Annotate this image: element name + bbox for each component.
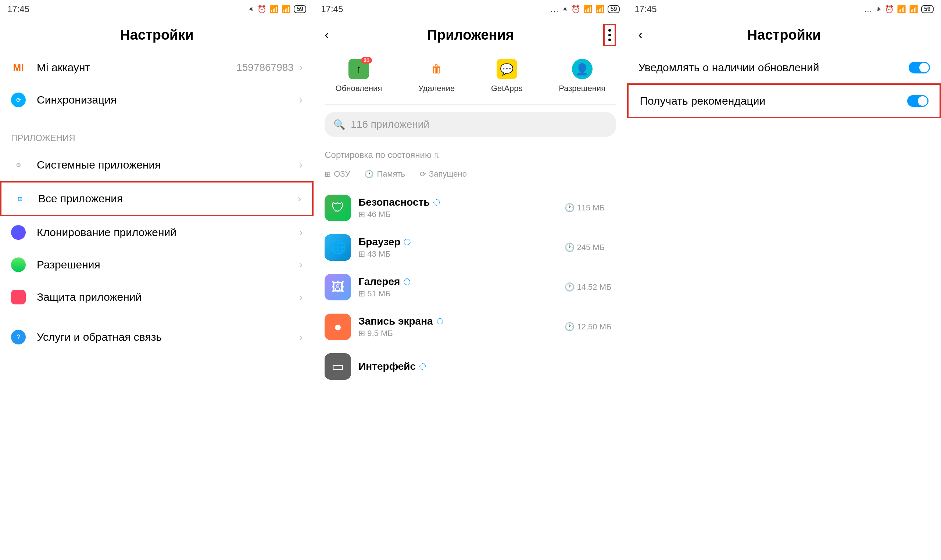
updates-label: Обновления: [336, 84, 382, 93]
all-apps-label: Все приложения: [38, 192, 298, 205]
app-name: Запись экрана: [358, 315, 557, 327]
header: ‹ Настройки: [627, 18, 941, 51]
grid-icon: ⊞: [12, 191, 27, 206]
feedback-item[interactable]: ? Услуги и обратная связь ›: [0, 321, 313, 353]
updates-badge: 21: [361, 57, 372, 63]
sync-item[interactable]: ⟳ Синхронизация ›: [0, 84, 313, 116]
chip-icon: ⊞: [358, 249, 365, 259]
chip-icon: ⊞: [358, 210, 365, 219]
filter-chips: ⊞ ОЗУ 🕐 Память ⟳ Запущено: [313, 166, 627, 188]
toggle-settings-panel: 17:45 ... ⁕ ⏰ 📶 📶 59 ‹ Настройки Уведомл…: [627, 0, 941, 560]
notify-updates-label: Уведомлять о наличии обновлений: [638, 60, 908, 75]
ram-filter[interactable]: ⊞ ОЗУ: [325, 169, 350, 179]
app-storage: 🕐 14,52 МБ: [565, 282, 616, 292]
permissions-label: Разрешения: [559, 84, 605, 93]
app-item[interactable]: 🖼 Галерея ⊞ 51 МБ 🕐 14,52 МБ: [313, 267, 627, 307]
dot-icon: [608, 38, 611, 41]
header: Настройки: [0, 18, 313, 51]
app-protection-label: Защита приложений: [37, 291, 299, 303]
permissions-item[interactable]: Разрешения ›: [0, 249, 313, 281]
search-input[interactable]: 🔍 116 приложений: [325, 112, 616, 137]
more-dots-icon: ...: [864, 5, 873, 14]
toggle-on[interactable]: [909, 62, 930, 74]
clock-icon: 🕐: [565, 243, 574, 252]
app-icon: ▭: [325, 353, 351, 380]
updates-action[interactable]: ↑ 21 Обновления: [336, 59, 382, 93]
chevron-right-icon: ›: [299, 331, 302, 343]
app-list: 🛡 Безопасность ⊞ 46 МБ 🕐 115 МБ 🌐 Браузе…: [313, 188, 627, 386]
back-button[interactable]: ‹: [325, 27, 329, 43]
storage-filter[interactable]: 🕐 Память: [365, 169, 405, 179]
app-storage: 🕐 115 МБ: [565, 203, 616, 212]
more-menu-button[interactable]: [603, 24, 616, 46]
app-ram: ⊞ 51 МБ: [358, 289, 557, 298]
settings-panel: 17:45 ⁕ ⏰ 📶 📶 59 Настройки MI Mi аккаунт…: [0, 0, 313, 560]
clock: 17:45: [7, 4, 29, 14]
app-protection-item[interactable]: Защита приложений ›: [0, 281, 313, 313]
back-button[interactable]: ‹: [638, 27, 643, 43]
divider: [11, 120, 302, 120]
clone-apps-item[interactable]: Клонирование приложений ›: [0, 216, 313, 249]
bluetooth-icon: ⁕: [248, 5, 255, 14]
search-icon: 🔍: [333, 119, 345, 130]
chip-icon: ⊞: [358, 289, 365, 298]
app-item[interactable]: 🌐 Браузер ⊞ 43 МБ 🕐 245 МБ: [313, 228, 627, 267]
app-storage: 🕐 245 МБ: [565, 243, 616, 252]
system-apps-item[interactable]: ⚙ Системные приложения ›: [0, 149, 313, 181]
app-name: Безопасность: [358, 197, 557, 208]
clock-icon: 🕐: [565, 322, 574, 332]
toggle-on[interactable]: [907, 95, 929, 107]
recommendations-toggle-item[interactable]: Получать рекомендации: [627, 83, 941, 118]
chevron-right-icon: ›: [299, 159, 302, 171]
mi-account-item[interactable]: MI Mi аккаунт 1597867983 ›: [0, 51, 313, 84]
notify-updates-toggle-item[interactable]: Уведомлять о наличии обновлений: [627, 51, 941, 83]
spinner-icon: [433, 199, 440, 206]
page-title: Настройки: [747, 27, 821, 43]
toggle-knob: [919, 63, 929, 72]
clock: 17:45: [634, 4, 657, 14]
app-item[interactable]: 🛡 Безопасность ⊞ 46 МБ 🕐 115 МБ: [313, 188, 627, 228]
page-title: Настройки: [120, 27, 193, 43]
clone-apps-label: Клонирование приложений: [37, 226, 299, 239]
alarm-icon: ⏰: [571, 5, 580, 14]
signal-icon: 📶: [270, 5, 279, 14]
clock-icon: 🕐: [365, 170, 374, 178]
chevron-right-icon: ›: [299, 62, 302, 74]
app-name: Браузер: [358, 236, 557, 248]
system-apps-label: Системные приложения: [37, 158, 299, 171]
more-dots-icon: ...: [551, 5, 559, 14]
app-name: Интерфейс: [358, 361, 616, 372]
clock-icon: 🕐: [565, 282, 574, 292]
app-ram: ⊞ 9,5 МБ: [358, 329, 557, 338]
sort-button[interactable]: Сортировка по состоянию ⇅: [313, 144, 627, 166]
app-name: Галерея: [358, 276, 557, 288]
trash-icon: 🗑: [426, 59, 447, 79]
app-item[interactable]: ▭ Интерфейс: [313, 347, 627, 386]
sort-arrows-icon: ⇅: [434, 152, 440, 159]
signal-icon: 📶: [583, 5, 592, 14]
running-filter[interactable]: ⟳ Запущено: [420, 169, 467, 179]
chevron-right-icon: ›: [299, 291, 302, 303]
dot-icon: [608, 34, 611, 36]
permissions-label: Разрешения: [37, 258, 299, 271]
battery-icon: 59: [294, 5, 306, 13]
spinner-icon: [437, 318, 443, 325]
app-storage: 🕐 12,50 МБ: [565, 322, 616, 332]
all-apps-item[interactable]: ⊞ Все приложения ›: [0, 181, 313, 216]
spinner-icon: [404, 239, 410, 245]
spinner-icon: [404, 278, 410, 285]
chip-icon: ⊞: [325, 170, 331, 178]
getapps-action[interactable]: 💬 GetApps: [491, 59, 523, 93]
permissions-action[interactable]: 👤 Разрешения: [559, 59, 605, 93]
status-bar: 17:45 ⁕ ⏰ 📶 📶 59: [0, 0, 313, 18]
app-item[interactable]: ● Запись экрана ⊞ 9,5 МБ 🕐 12,50 МБ: [313, 307, 627, 347]
clock: 17:45: [321, 4, 343, 14]
page-title: Приложения: [427, 27, 514, 43]
search-placeholder: 116 приложений: [351, 118, 429, 130]
app-info: Запись экрана ⊞ 9,5 МБ: [358, 315, 557, 338]
app-info: Браузер ⊞ 43 МБ: [358, 236, 557, 259]
divider: [325, 104, 616, 105]
apps-section-label: ПРИЛОЖЕНИЯ: [0, 124, 313, 149]
mi-account-value: 1597867983: [236, 62, 294, 74]
delete-action[interactable]: 🗑 Удаление: [418, 59, 455, 93]
